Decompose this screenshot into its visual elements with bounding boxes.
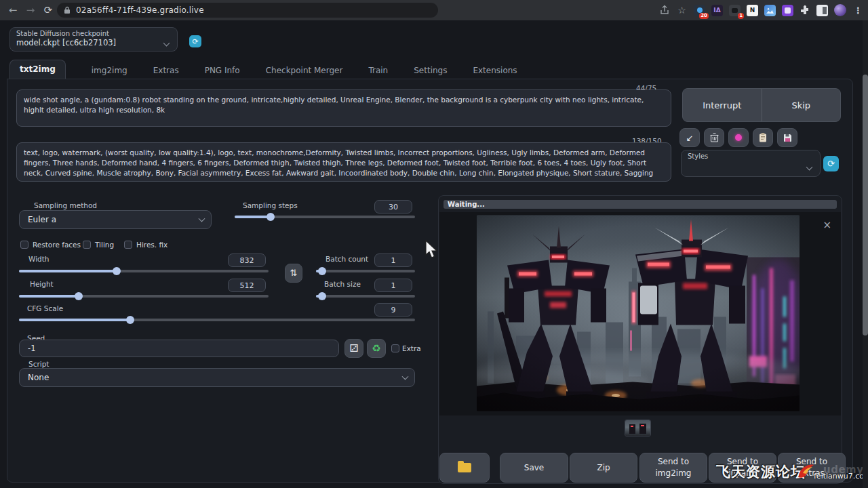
ext-purple-icon[interactable] bbox=[782, 5, 793, 16]
browser-forward-icon[interactable]: → bbox=[23, 3, 38, 18]
styles-dropdown[interactable] bbox=[688, 162, 810, 174]
cfg-scale-label: CFG Scale bbox=[27, 304, 63, 312]
ext-chat-icon[interactable]: 1 bbox=[729, 5, 741, 16]
width-slider[interactable] bbox=[19, 270, 269, 272]
styles-label: Styles bbox=[688, 152, 708, 160]
ext-notion-icon[interactable]: N bbox=[747, 5, 758, 16]
lock-icon bbox=[64, 6, 71, 14]
height-slider[interactable] bbox=[19, 295, 269, 298]
tab-train[interactable]: Train bbox=[368, 62, 388, 79]
styles-refresh-button[interactable]: ⟳ bbox=[823, 156, 839, 171]
mouse-cursor bbox=[425, 240, 439, 260]
send-to-img2img-button[interactable]: Send to img2img bbox=[639, 453, 707, 483]
paste-params-button[interactable]: ↙ bbox=[679, 128, 700, 147]
generated-image-preview[interactable] bbox=[477, 215, 800, 411]
tab-settings[interactable]: Settings bbox=[414, 62, 447, 79]
ext-sidebar-icon[interactable] bbox=[816, 5, 828, 16]
styles-group: Styles bbox=[681, 150, 821, 177]
sampling-method-dropdown[interactable]: Euler a bbox=[19, 210, 212, 229]
slider-handle[interactable] bbox=[318, 267, 326, 275]
extra-networks-button[interactable] bbox=[728, 128, 749, 147]
seed-extra-label: Extra bbox=[402, 344, 421, 352]
sampling-steps-label: Sampling steps bbox=[243, 201, 298, 209]
ext-chat-badge: 1 bbox=[738, 13, 744, 19]
tiling-label: Tiling bbox=[95, 241, 114, 249]
tab-extras[interactable]: Extras bbox=[153, 62, 179, 79]
width-value[interactable]: 832 bbox=[228, 253, 266, 267]
zip-button[interactable]: Zip bbox=[570, 453, 637, 483]
sampling-steps-value[interactable]: 30 bbox=[374, 200, 412, 214]
browser-back-icon[interactable]: ← bbox=[5, 3, 20, 18]
share-icon[interactable] bbox=[659, 5, 670, 16]
checkpoint-dropdown[interactable]: model.ckpt [cc6cb27103] bbox=[16, 38, 172, 47]
site-watermark: feitianwu7.com bbox=[814, 472, 868, 481]
restore-faces-checkbox[interactable] bbox=[20, 241, 28, 249]
width-label: Width bbox=[28, 255, 50, 263]
top-tabs: txt2img img2img Extras PNG Info Checkpoi… bbox=[9, 60, 517, 79]
seed-extra-checkbox[interactable] bbox=[391, 344, 399, 352]
interrupt-button[interactable]: Interrupt bbox=[683, 89, 762, 121]
extensions-puzzle-icon[interactable] bbox=[800, 5, 810, 16]
chevron-down-icon bbox=[402, 373, 409, 380]
sampling-method-value: Euler a bbox=[28, 215, 56, 224]
height-label: Height bbox=[30, 280, 54, 288]
recycle-icon: ♻ bbox=[372, 342, 380, 356]
batch-count-value[interactable]: 1 bbox=[374, 253, 412, 267]
open-folder-button[interactable] bbox=[439, 453, 490, 483]
sampling-steps-slider[interactable] bbox=[235, 216, 415, 218]
address-bar[interactable]: 02a56ff4-71ff-439e.gradio.live bbox=[57, 3, 438, 18]
profile-avatar[interactable] bbox=[834, 4, 846, 16]
seed-value: -1 bbox=[28, 344, 35, 353]
batch-count-slider[interactable] bbox=[316, 270, 415, 272]
browser-reload-icon[interactable]: ⟳ bbox=[41, 3, 56, 18]
skip-button[interactable]: Skip bbox=[762, 89, 841, 121]
clear-prompt-button[interactable] bbox=[704, 128, 724, 147]
slider-handle[interactable] bbox=[113, 267, 121, 275]
arrow-down-left-icon: ↙ bbox=[686, 133, 694, 143]
checkpoint-label: Stable Diffusion checkpoint bbox=[16, 30, 109, 37]
url-text: 02a56ff4-71ff-439e.gradio.live bbox=[76, 5, 204, 15]
cfg-scale-value[interactable]: 9 bbox=[374, 303, 412, 317]
script-value: None bbox=[28, 373, 49, 382]
tab-txt2img[interactable]: txt2img bbox=[9, 60, 66, 79]
gallery-thumbnail[interactable] bbox=[625, 420, 650, 436]
ext-image-icon[interactable] bbox=[764, 5, 776, 16]
prompt-input[interactable]: wide shot angle, a (gundam:0.8) robot st… bbox=[16, 89, 671, 127]
pink-dot-icon bbox=[735, 134, 742, 141]
browser-menu-icon[interactable]: ⋮ bbox=[852, 5, 864, 16]
batch-size-slider[interactable] bbox=[316, 295, 415, 298]
browser-toolbar: ← → ⟳ 02a56ff4-71ff-439e.gradio.live ☆ 2… bbox=[0, 0, 868, 20]
ext-ia-icon[interactable]: IA bbox=[711, 5, 723, 16]
progress-bar: Waiting... bbox=[443, 200, 837, 209]
cfg-scale-slider[interactable] bbox=[19, 319, 415, 321]
checkpoint-refresh-button[interactable]: ⟳ bbox=[189, 35, 201, 47]
save-style-button[interactable] bbox=[777, 128, 797, 147]
browser-extensions-area: ☆ 20 IA 1 N ⋮ bbox=[659, 2, 864, 18]
slider-handle[interactable] bbox=[126, 316, 134, 324]
scrollbar-thumb[interactable] bbox=[863, 75, 868, 336]
checkpoint-group: Stable Diffusion checkpoint model.ckpt [… bbox=[9, 27, 178, 52]
close-preview-icon[interactable]: × bbox=[823, 219, 831, 231]
tab-checkpoint-merger[interactable]: Checkpoint Merger bbox=[266, 62, 343, 79]
tiling-checkbox[interactable] bbox=[83, 241, 91, 249]
save-button[interactable]: Save bbox=[500, 453, 568, 483]
bookmark-star-icon[interactable]: ☆ bbox=[676, 5, 688, 16]
reuse-seed-button[interactable]: ♻ bbox=[367, 339, 386, 358]
tab-img2img[interactable]: img2img bbox=[92, 62, 127, 79]
forum-watermark: 飞天资源论坛 bbox=[716, 462, 806, 481]
tab-extensions[interactable]: Extensions bbox=[473, 62, 517, 79]
negative-prompt-input[interactable]: text, logo, watermark, (worst quality, l… bbox=[16, 142, 671, 182]
script-dropdown[interactable]: None bbox=[19, 368, 415, 387]
ext-pin-icon[interactable]: 20 bbox=[694, 5, 705, 16]
height-value[interactable]: 512 bbox=[228, 279, 266, 292]
random-seed-button[interactable]: ⚂ bbox=[344, 339, 363, 358]
seed-input[interactable]: -1 bbox=[19, 340, 339, 357]
apply-style-button[interactable] bbox=[753, 128, 773, 147]
ext-pin-badge: 20 bbox=[699, 13, 709, 19]
tab-png-info[interactable]: PNG Info bbox=[205, 62, 240, 79]
slider-handle[interactable] bbox=[318, 292, 326, 300]
swap-dimensions-button[interactable]: ⇅ bbox=[285, 264, 302, 283]
batch-size-value[interactable]: 1 bbox=[374, 279, 412, 292]
swap-arrows-icon: ⇅ bbox=[290, 267, 298, 279]
hires-fix-checkbox[interactable] bbox=[124, 241, 132, 249]
